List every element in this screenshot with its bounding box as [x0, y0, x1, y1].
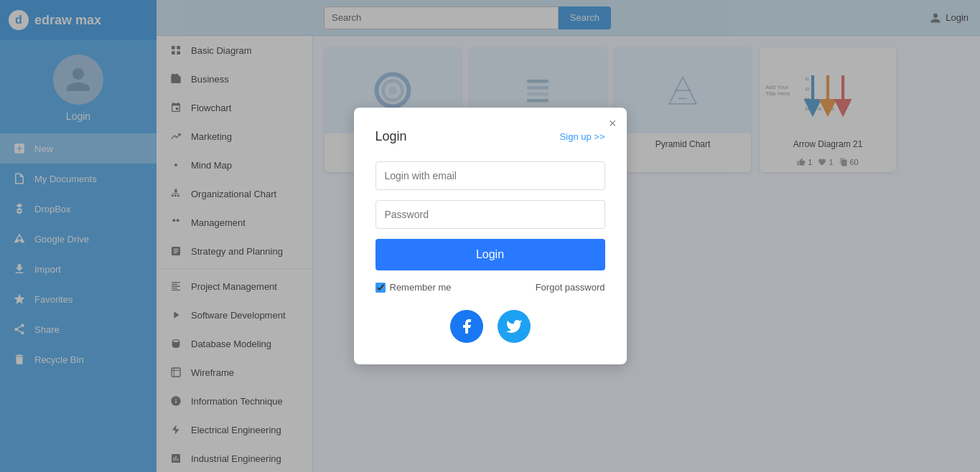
twitter-login-button[interactable]: [498, 310, 531, 343]
remember-me-text: Remember me: [390, 282, 452, 293]
modal-overlay[interactable]: × Login Sign up >> Login Remember me For…: [0, 0, 980, 472]
login-button[interactable]: Login: [375, 239, 605, 270]
modal-header: Login Sign up >>: [375, 129, 605, 144]
facebook-login-button[interactable]: [450, 310, 483, 343]
modal-signup-link[interactable]: Sign up >>: [560, 131, 605, 142]
login-modal: × Login Sign up >> Login Remember me For…: [354, 108, 627, 364]
social-login: [375, 310, 605, 343]
modal-title: Login: [375, 129, 407, 144]
remember-me-checkbox[interactable]: [375, 283, 386, 293]
forgot-password-link[interactable]: Forgot password: [536, 282, 605, 293]
password-input[interactable]: [375, 200, 605, 229]
remember-me-label[interactable]: Remember me: [375, 282, 452, 293]
modal-close-button[interactable]: ×: [609, 116, 617, 131]
modal-options: Remember me Forgot password: [375, 282, 605, 293]
email-input[interactable]: [375, 161, 605, 190]
